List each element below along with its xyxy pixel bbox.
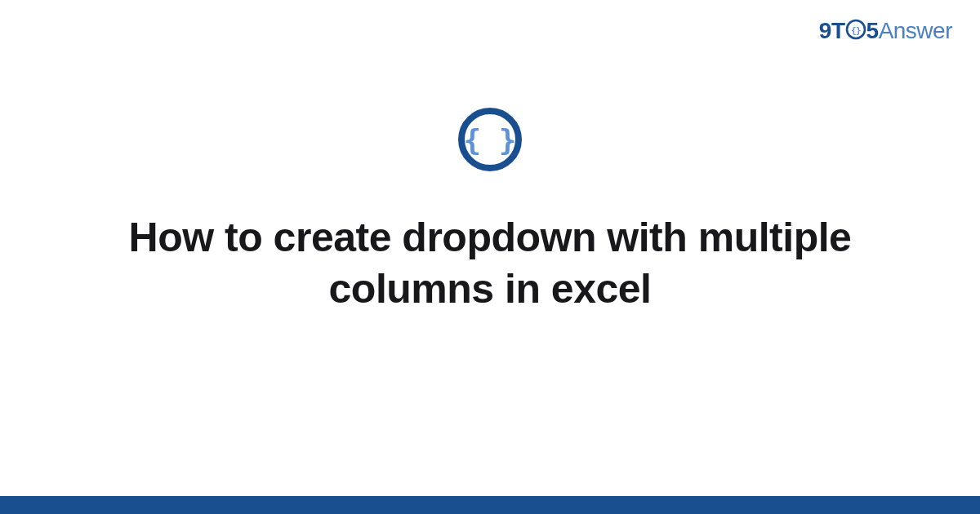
svg-text:{ }: { } [463,123,516,157]
logo-text-9t: 9T [819,18,845,43]
bottom-accent-bar [0,496,980,514]
logo-text-5: 5 [866,18,879,43]
svg-text:{}: {} [850,25,860,36]
page-title: How to create dropdown with multiple col… [0,212,980,314]
logo-text-answer: Answer [879,18,952,43]
site-logo: 9T{}5Answer [819,18,952,44]
braces-icon: { } [457,106,523,173]
logo-braces-icon: {} [845,19,866,40]
